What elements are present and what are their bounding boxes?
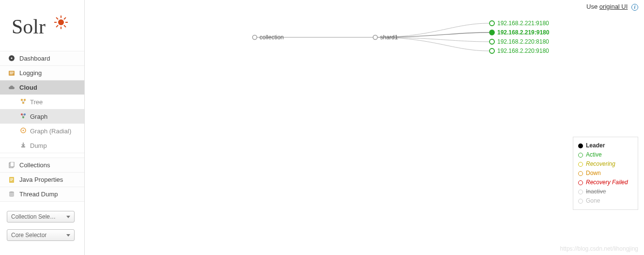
svg-rect-13 [10, 73, 14, 73]
collection-selector-label: Collection Sele… [11, 213, 56, 220]
legend-inactive-icon [578, 190, 583, 194]
caret-down-icon [66, 216, 70, 218]
svg-line-7 [64, 25, 66, 27]
graph-replica-1[interactable]: 192.168.2.219:9180 [497, 29, 549, 36]
svg-line-8 [64, 17, 66, 19]
legend-gone-icon [578, 199, 583, 204]
graph-radial-icon [20, 128, 27, 134]
svg-point-25 [23, 130, 24, 131]
graph-icon [20, 113, 27, 120]
cloud-graph-svg [85, 0, 644, 87]
dashboard-icon [8, 55, 15, 63]
legend-down-icon [578, 171, 583, 176]
legend-leader-icon [578, 143, 583, 148]
svg-rect-12 [10, 72, 14, 72]
legend-down: Down [578, 169, 633, 178]
sidebar-item-collections[interactable]: Collections [0, 158, 84, 172]
sidebar-item-logging[interactable]: Logging [0, 65, 84, 80]
cloud-icon [8, 84, 15, 92]
svg-point-35 [253, 35, 257, 40]
legend-recovery-failed: Recovery Failed [578, 178, 633, 187]
svg-point-39 [490, 39, 494, 44]
legend-recovering: Recovering [578, 159, 633, 169]
svg-rect-15 [21, 99, 23, 101]
svg-rect-26 [21, 146, 25, 147]
svg-rect-30 [10, 178, 13, 179]
svg-rect-31 [10, 179, 13, 180]
svg-rect-32 [10, 180, 12, 181]
svg-rect-14 [10, 74, 13, 74]
sidebar-item-thread-dump[interactable]: Thread Dump [0, 187, 84, 201]
java-properties-icon [8, 176, 15, 184]
cloud-graph-view: collection shard1 192.168.2.221:9180 192… [85, 0, 644, 255]
svg-point-37 [490, 21, 494, 26]
sidebar-item-dashboard[interactable]: Dashboard [0, 51, 84, 65]
cloud-sub-label: Graph (Radial) [30, 128, 71, 135]
graph-replica-2[interactable]: 192.168.2.220:8180 [497, 38, 549, 45]
cloud-sub-label: Graph [30, 113, 47, 120]
sidebar-item-label: Logging [19, 69, 42, 77]
svg-point-40 [490, 48, 494, 53]
collection-selector[interactable]: Collection Sele… [7, 211, 75, 223]
graph-replica-0[interactable]: 192.168.2.221:9180 [497, 20, 549, 27]
graph-node-collection[interactable]: collection [260, 34, 284, 41]
graph-legend: Leader Active Recovering Down Recovery F… [573, 137, 638, 210]
svg-point-38 [490, 30, 494, 35]
svg-point-36 [373, 35, 378, 40]
watermark: https://blog.csdn.net/lihongjing [560, 245, 638, 252]
cloud-sub-graph-radial[interactable]: Graph (Radial) [0, 124, 84, 138]
legend-recovering-icon [578, 162, 583, 167]
cloud-sub-dump[interactable]: Dump [0, 138, 84, 153]
svg-rect-16 [24, 99, 26, 101]
logging-icon [8, 69, 15, 77]
sidebar-item-label: Thread Dump [19, 191, 58, 198]
svg-point-1 [58, 19, 64, 25]
graph-replica-3[interactable]: 192.168.2.220:9180 [497, 48, 549, 54]
sidebar-item-label: Java Properties [19, 176, 63, 183]
legend-active: Active [578, 150, 633, 159]
core-selector[interactable]: Core Selector [7, 229, 75, 241]
cloud-sub-label: Tree [30, 98, 43, 106]
svg-line-6 [56, 17, 58, 19]
collections-icon [8, 161, 15, 169]
sidebar-item-label: Cloud [19, 84, 37, 91]
cloud-sub-label: Dump [30, 142, 47, 149]
sidebar-item-label: Dashboard [19, 55, 50, 62]
legend-inactive: Inactive [578, 187, 633, 196]
svg-line-9 [56, 25, 58, 27]
core-selector-label: Core Selector [11, 232, 46, 239]
tree-icon [20, 98, 27, 105]
sidebar-item-java-props[interactable]: Java Properties [0, 172, 84, 187]
sidebar-item-label: Collections [19, 161, 50, 169]
cloud-sub-tree[interactable]: Tree [0, 95, 84, 109]
legend-leader: Leader [578, 141, 633, 150]
cloud-sub-graph[interactable]: Graph [0, 109, 84, 124]
legend-recovery-failed-icon [578, 180, 583, 185]
sidebar: Solr Dashboard [0, 0, 85, 255]
svg-point-10 [11, 57, 13, 59]
sidebar-item-cloud[interactable]: Cloud [0, 80, 84, 95]
solr-logo: Solr [0, 0, 84, 51]
svg-text:Solr: Solr [12, 16, 46, 38]
dump-icon [20, 142, 27, 149]
legend-active-icon [578, 153, 583, 158]
legend-gone: Gone [578, 196, 633, 206]
thread-dump-icon [8, 191, 15, 198]
caret-down-icon [66, 234, 70, 237]
graph-node-shard[interactable]: shard1 [380, 34, 398, 41]
svg-rect-28 [10, 162, 14, 167]
